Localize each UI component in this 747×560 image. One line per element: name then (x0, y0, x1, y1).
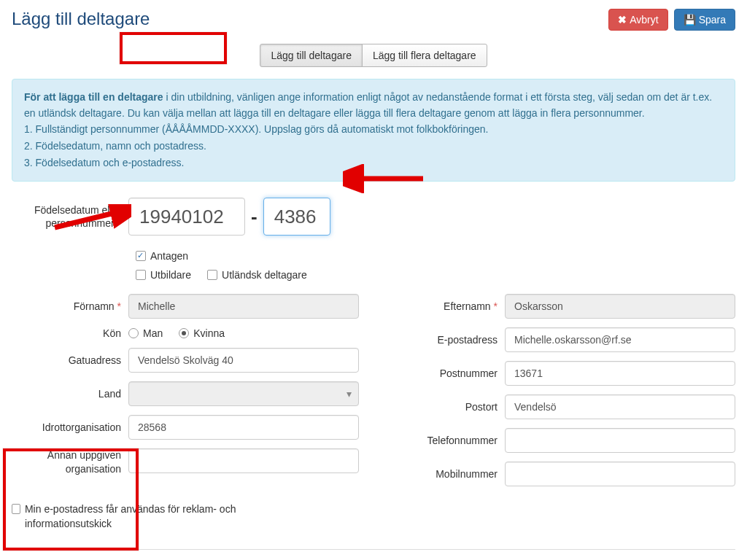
efternamn-input[interactable] (505, 294, 735, 319)
tab-add-single[interactable]: Lägg till deltagare (260, 44, 363, 67)
tel-input[interactable] (505, 428, 735, 453)
postnr-label: Postnummer (388, 368, 505, 379)
info-box: För att lägga till en deltagare i din ut… (12, 79, 735, 182)
annan-label-1: Annan uppgiven (47, 449, 121, 461)
antagen-label: Antagen (150, 250, 188, 262)
fornamn-label: Förnamn (74, 300, 115, 312)
mob-label: Mobilnummer (388, 468, 505, 480)
birthdate-input[interactable] (128, 198, 245, 236)
efternamn-label: Efternamn (444, 300, 491, 312)
postnr-input[interactable] (505, 361, 735, 386)
kon-kvinna-radio[interactable] (179, 328, 189, 338)
kon-man-radio[interactable] (128, 328, 139, 338)
marketing-checkbox[interactable] (12, 504, 20, 514)
accordion-faktura[interactable]: › Faktura / Övrigt (12, 549, 735, 560)
pnr-suffix-input[interactable] (263, 198, 330, 236)
utbildare-checkbox[interactable] (136, 270, 146, 280)
land-label: Land (12, 388, 128, 400)
cancel-button[interactable]: ✖ Avbryt (608, 9, 667, 31)
epost-input[interactable] (505, 327, 735, 352)
annan-label-2: organisation (66, 463, 121, 475)
gatu-label: Gatuadress (12, 354, 128, 366)
save-icon: 💾 (684, 14, 696, 26)
mob-input[interactable] (505, 462, 735, 486)
postort-label: Postort (388, 401, 505, 413)
annan-org-input[interactable] (128, 448, 359, 473)
idrott-label: Idrottorganisation (12, 421, 128, 433)
save-button[interactable]: 💾 Spara (674, 9, 735, 31)
kon-man-label: Man (143, 327, 163, 339)
required-indicator: * (117, 217, 121, 229)
fornamn-input[interactable] (128, 294, 359, 319)
pnr-label: Födelsedatum eller personnummer (34, 204, 121, 229)
land-select[interactable] (128, 381, 359, 406)
epost-label: E-postadress (388, 334, 505, 346)
gatuadress-input[interactable] (128, 348, 359, 373)
utlandsk-checkbox[interactable] (207, 270, 217, 280)
antagen-checkbox[interactable] (136, 251, 146, 261)
postort-input[interactable] (505, 394, 735, 419)
kon-label: Kön (12, 327, 128, 339)
cancel-button-label: Avbryt (630, 14, 658, 26)
tab-add-multi[interactable]: Lägg till flera deltagare (362, 44, 487, 67)
tel-label: Telefonnummer (388, 435, 505, 446)
marketing-label: Min e-postadress får användas för reklam… (25, 502, 274, 531)
close-icon: ✖ (618, 14, 627, 26)
tab-row: Lägg till deltagare Lägg till flera delt… (12, 44, 735, 67)
idrott-input[interactable] (128, 415, 359, 440)
page-title: Lägg till deltagare (12, 9, 150, 29)
kon-kvinna-label: Kvinna (193, 327, 225, 339)
info-bold: För att lägga till en deltagare (24, 91, 163, 103)
utbildare-label: Utbildare (150, 269, 191, 281)
save-button-label: Spara (699, 14, 726, 26)
pnr-separator: - (245, 206, 263, 228)
utlandsk-label: Utländsk deltagare (222, 269, 307, 281)
